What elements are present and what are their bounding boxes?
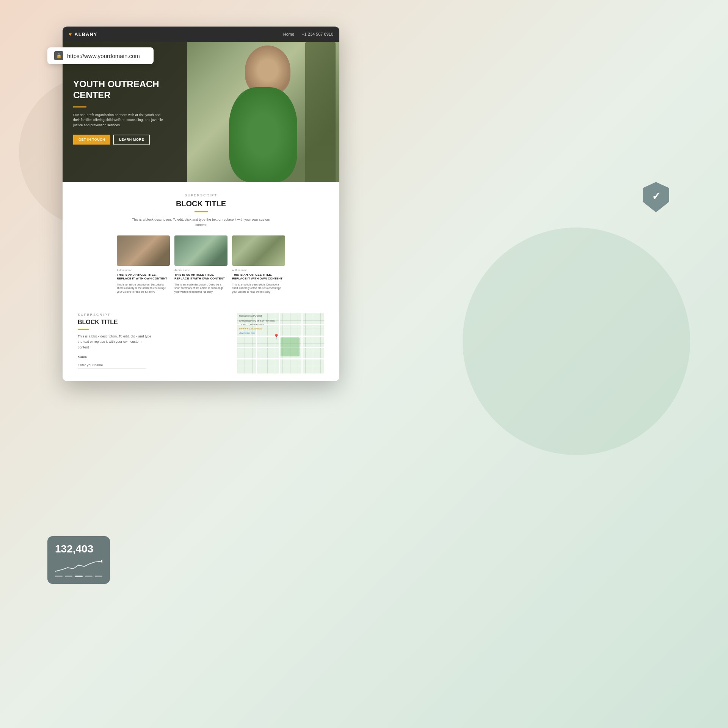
map-label: Transamerica Pyramid (239, 315, 262, 317)
chart-svg (55, 558, 102, 573)
map-label: CA 94111, United States (239, 323, 264, 326)
card3-author: Author name (232, 269, 285, 271)
block-section-1: SUPERSCRIPT BLOCK TITLE This is a block … (63, 182, 339, 305)
section1-underline (195, 211, 208, 212)
url-bar: 🔒 https://www.yourdomain.com (47, 47, 154, 64)
chart-dot-1 (55, 576, 63, 577)
heart-icon: ♥ (69, 31, 72, 37)
nav-home[interactable]: Home (283, 32, 294, 36)
section1-title: BLOCK TITLE (78, 199, 324, 208)
card1-author: Author name (117, 269, 170, 271)
section1-superscript: SUPERSCRIPT (78, 193, 324, 197)
url-text: https://www.yourdomain.com (67, 53, 140, 59)
map-visual: 📍 Transamerica Pyramid 600 Montgomery St… (237, 313, 324, 373)
card2-description: This is an article description. Describe… (174, 283, 228, 294)
article-card-2: Author name THIS IS AN ARTICLE TITLE. RE… (174, 235, 228, 294)
map-park (281, 337, 300, 356)
logo-text: ALBANY (74, 31, 97, 37)
section2-title: BLOCK TITLE (78, 319, 229, 326)
chart-dot-3 (75, 576, 83, 577)
nav-phone[interactable]: +1 234 567 8910 (302, 32, 333, 36)
stats-widget: 132,403 (47, 536, 110, 584)
map-pin: 📍 (273, 334, 279, 340)
shield-icon: ✓ (643, 182, 669, 212)
card2-author: Author name (174, 269, 228, 271)
name-input[interactable] (78, 362, 146, 369)
hero-content: YOUTH OUTREACH CENTER Our non-profit org… (73, 79, 164, 144)
bottom-section: SUPERSCRIPT BLOCK TITLE This is a block … (63, 305, 339, 381)
name-field-label: Name (78, 355, 229, 359)
shield-widget: ✓ (643, 182, 669, 212)
card3-description: This is an article description. Describe… (232, 283, 285, 294)
hero-description: Our non-profit organization partners wit… (73, 113, 164, 128)
nav-links: Home +1 234 567 8910 (283, 32, 333, 36)
mini-chart (55, 558, 102, 573)
hero-buttons: GET IN TOUCH LEARN MORE (73, 135, 164, 145)
card1-description: This is an article description. Describe… (117, 283, 170, 294)
browser-toolbar: ♥ ALBANY Home +1 234 567 8910 (63, 27, 339, 42)
bg-decoration-1 (463, 228, 690, 455)
card3-image (232, 235, 285, 266)
map-road (256, 313, 257, 373)
site-logo: ♥ ALBANY (69, 31, 97, 37)
contact-form-area: SUPERSCRIPT BLOCK TITLE This is a block … (78, 313, 229, 373)
map-label: 600 Montgomery St, San Francisco, (239, 320, 275, 322)
hero-tree-decoration (305, 42, 336, 182)
map-road (237, 358, 324, 359)
map-road (237, 336, 324, 337)
hero-image (187, 42, 340, 182)
lock-icon: 🔒 (54, 51, 63, 60)
hero-title-underline (73, 106, 86, 107)
section2-underline (78, 329, 89, 330)
chart-dot-5 (95, 576, 102, 577)
learn-more-button[interactable]: LEARN MORE (113, 135, 150, 145)
article-cards-row: Author name THIS IS AN ARTICLE TITLE. RE… (78, 235, 324, 294)
map-view-link[interactable]: View larger map (239, 332, 255, 334)
chart-dots (55, 576, 102, 577)
get-in-touch-button[interactable]: GET IN TOUCH (73, 135, 110, 145)
checkmark-icon: ✓ (652, 190, 661, 202)
hero-title: YOUTH OUTREACH CENTER (73, 79, 164, 101)
chart-dot-2 (65, 576, 72, 577)
map-road (301, 313, 303, 373)
map-area[interactable]: 📍 Transamerica Pyramid 600 Montgomery St… (237, 313, 324, 373)
section2-superscript: SUPERSCRIPT (78, 313, 229, 317)
card2-title[interactable]: THIS IS AN ARTICLE TITLE. REPLACE IT WIT… (174, 273, 228, 281)
card2-image (174, 235, 228, 266)
svg-point-0 (101, 560, 102, 563)
map-road (279, 313, 280, 373)
section2-description: This is a block description. To edit, cl… (78, 334, 154, 350)
browser-window: ♥ ALBANY Home +1 234 567 8910 YOUTH OUTR… (63, 27, 339, 381)
article-card-3: Author name THIS IS AN ARTICLE TITLE. RE… (232, 235, 285, 294)
card1-image (117, 235, 170, 266)
map-rating: ★★★★★ 1.5K reviews (239, 327, 262, 330)
card1-title[interactable]: THIS IS AN ARTICLE TITLE. REPLACE IT WIT… (117, 273, 170, 281)
section1-description: This is a block description. To edit, cl… (129, 217, 273, 228)
stats-number: 132,403 (55, 543, 102, 555)
article-card-1: Author name THIS IS AN ARTICLE TITLE. RE… (117, 235, 170, 294)
chart-dot-4 (85, 576, 93, 577)
card3-title[interactable]: THIS IS AN ARTICLE TITLE. REPLACE IT WIT… (232, 273, 285, 281)
